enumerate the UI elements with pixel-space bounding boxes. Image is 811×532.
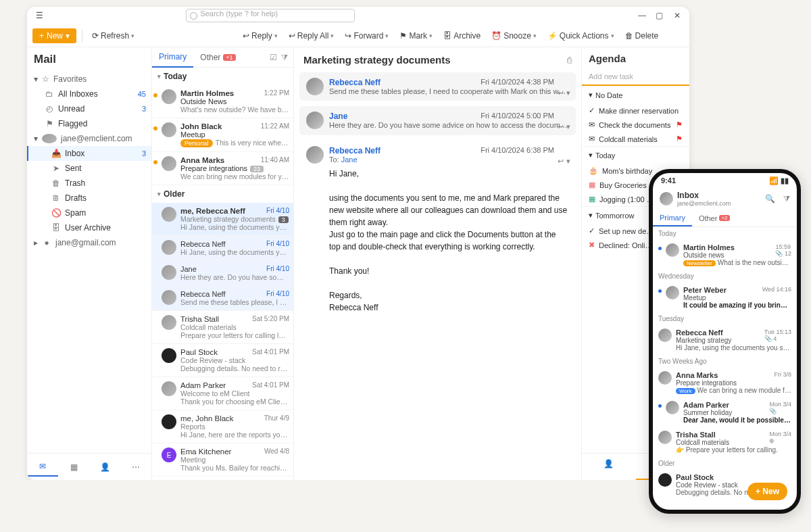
favorites-section[interactable]: ▾ ☆ Favorites <box>27 72 151 87</box>
tab-primary[interactable]: Primary <box>152 47 193 68</box>
mail-nav-icon[interactable]: ✉ <box>27 458 58 477</box>
check-icon: ✓ <box>589 226 595 235</box>
list-item[interactable]: EEma KitchenerMeetingThank you Ms. Baile… <box>152 443 293 477</box>
thread-collapsed[interactable]: JaneHere they are. Do you have some advi… <box>299 106 576 135</box>
search-icon[interactable]: 🔍 <box>765 194 775 203</box>
reply-icon[interactable]: ↩ <box>558 122 564 131</box>
minimize-icon[interactable]: — <box>635 9 649 22</box>
avatar: E <box>162 448 176 462</box>
delete-button[interactable]: 🗑 Delete <box>621 29 663 43</box>
select-icon[interactable]: ☑ <box>270 53 277 62</box>
refresh-button[interactable]: ⟳ Refresh ▾ <box>88 29 139 43</box>
flag-icon: ⚑ <box>45 119 54 128</box>
avatar <box>162 290 176 305</box>
list-item[interactable]: Paul StockCode Review - stackDebugging d… <box>653 470 797 480</box>
flag-icon: ⚑ <box>676 135 683 143</box>
agenda-today[interactable]: ▾Today <box>582 146 689 164</box>
unread[interactable]: ◴Unread3 <box>27 101 151 116</box>
list-tabs: Primary Other +1 ☑⧩ <box>152 47 293 68</box>
list-item[interactable]: Rebecca NeffHi Jane, using the documents… <box>152 236 293 261</box>
print-icon[interactable]: ⎙ <box>567 55 572 65</box>
filter-icon[interactable]: ⧩ <box>783 194 790 203</box>
agenda-title: Agenda <box>582 47 689 70</box>
list-item[interactable]: Martin HolmesOutside newsNewsletterWhat … <box>653 240 797 270</box>
group-older[interactable]: ▾Older <box>152 185 293 203</box>
list-item[interactable]: Rebecca NeffSend me these tables please,… <box>152 286 293 311</box>
spam-icon: 🚫 <box>51 208 61 218</box>
search-input[interactable]: Search (type ? for help) <box>186 9 355 22</box>
flagged[interactable]: ⚑Flagged <box>27 116 151 131</box>
archive-button[interactable]: 🗄 Archive <box>439 29 485 43</box>
replyall-button[interactable]: ↩ Reply All ▾ <box>285 29 339 43</box>
list-item[interactable]: Rebecca NeffMarketing strategyHi Jane, u… <box>653 325 797 355</box>
list-item[interactable]: me, Rebecca NeffMarketing strategy docum… <box>152 203 293 236</box>
list-item[interactable]: Martin HolmesOutside NewsWhat's new outs… <box>152 85 293 118</box>
avatar <box>658 329 672 342</box>
list-item[interactable]: Paul StockCode Review - stackDebugging d… <box>152 344 293 377</box>
reply-icon[interactable]: ↩ <box>558 157 564 166</box>
avatar <box>162 348 176 363</box>
spam[interactable]: 🚫Spam <box>27 205 151 220</box>
new-button[interactable]: + New ▾ <box>32 28 76 43</box>
calendar-nav-icon[interactable]: ▦ <box>58 458 89 476</box>
group-today[interactable]: ▾Today <box>152 68 293 85</box>
account-2[interactable]: ▸ ● jane@gmail.com <box>27 235 151 250</box>
avatar <box>162 414 176 429</box>
account-1[interactable]: ▾ jane@emclient.com <box>27 131 151 146</box>
flag-icon: ⚑ <box>676 120 683 129</box>
avatar <box>306 78 324 95</box>
forward-button[interactable]: ↪ Forward ▾ <box>341 29 393 43</box>
hamburger-icon[interactable]: ☰ <box>32 9 46 22</box>
agenda-item[interactable]: ✓Make dinner reservation <box>582 103 689 118</box>
list-item[interactable]: Adam ParkerSummer holidayDear Jane, woul… <box>653 397 797 427</box>
avatar <box>162 122 176 137</box>
close-icon[interactable]: ✕ <box>670 9 684 22</box>
agenda-contacts-icon[interactable]: 👤 <box>582 454 636 480</box>
avatar <box>162 89 176 104</box>
agenda-item[interactable]: ✉Coldcall materials⚑ <box>582 132 689 146</box>
list-item[interactable]: Trisha StallColdcall materialsPrepare yo… <box>152 311 293 344</box>
drafts[interactable]: 🗎Drafts <box>27 191 151 205</box>
tab-other[interactable]: Other +1 <box>193 47 242 68</box>
more-nav-icon[interactable]: ⋯ <box>120 458 151 476</box>
phone-mockup: 9:41 📶 ▮▮ Inboxjane@emclient.com 🔍 ⧩ Pri… <box>649 169 801 480</box>
list-item[interactable]: Anna MarksPrepare integrations23We can b… <box>152 152 293 185</box>
sent-icon: ➤ <box>51 164 61 173</box>
list-item[interactable]: JaneHere they are. Do you have some adv.… <box>152 261 293 286</box>
list-item[interactable]: Anna MarksPrepare integrationsWorkWe can… <box>653 368 797 397</box>
mark-button[interactable]: ⚑ Mark ▾ <box>395 29 437 43</box>
maximize-icon[interactable]: ▢ <box>653 9 666 22</box>
reply-icon[interactable]: ↩ <box>558 89 564 97</box>
phone-tab-other[interactable]: Other +2 <box>692 210 737 226</box>
mail-icon: ✉ <box>589 120 595 129</box>
user-archive[interactable]: 🗄User Archive <box>27 220 151 235</box>
phone-header: Inboxjane@emclient.com 🔍 ⧩ <box>653 188 797 210</box>
phone-tab-primary[interactable]: Primary <box>653 210 692 226</box>
cal-icon: ▦ <box>589 180 595 189</box>
trash[interactable]: 🗑Trash <box>27 176 151 191</box>
agenda-nodate[interactable]: ▾No Date <box>582 86 689 103</box>
list-item[interactable]: Adam ParkerWelcome to eM ClientThank you… <box>152 377 293 410</box>
list-item[interactable]: Peter WeberMeetupIt could be amazing if … <box>653 283 797 312</box>
titlebar: ☰ Search (type ? for help) — ▢ ✕ <box>27 7 689 24</box>
thread-collapsed[interactable]: Rebecca NeffSend me these tables please,… <box>299 72 576 101</box>
contacts-nav-icon[interactable]: 👤 <box>89 458 120 476</box>
all-inboxes[interactable]: 🗀All Inboxes45 <box>27 87 151 101</box>
phone-statusbar: 9:41 📶 ▮▮ <box>653 173 797 188</box>
agenda-item[interactable]: ✉Check the documents⚑ <box>582 118 689 132</box>
snooze-button[interactable]: ⏰ Snooze ▾ <box>487 29 541 43</box>
sent[interactable]: ➤Sent <box>27 161 151 176</box>
check-icon: ✓ <box>589 106 595 115</box>
avatar <box>666 401 679 414</box>
inbox[interactable]: 📥Inbox3 <box>27 146 151 161</box>
list-item[interactable]: John BlackMeetupPersonalThis is very nic… <box>152 118 293 152</box>
quick-button[interactable]: ⚡ Quick Actions ▾ <box>543 29 618 43</box>
list-item[interactable]: me, John BlackReportsHi Jane, here are t… <box>152 410 293 443</box>
filter-icon[interactable]: ⧩ <box>281 53 288 62</box>
list-item[interactable]: Trisha StallColdcall materials👉 Prepare … <box>653 427 797 457</box>
trash-icon: 🗑 <box>51 178 61 188</box>
mail-icon: ✉ <box>589 135 595 143</box>
toolbar: + New ▾ ⟳ Refresh ▾ ↩ Reply ▾ ↩ Reply Al… <box>27 24 689 47</box>
add-task-input[interactable]: Add new task <box>582 70 689 86</box>
reply-button[interactable]: ↩ Reply ▾ <box>239 29 282 43</box>
